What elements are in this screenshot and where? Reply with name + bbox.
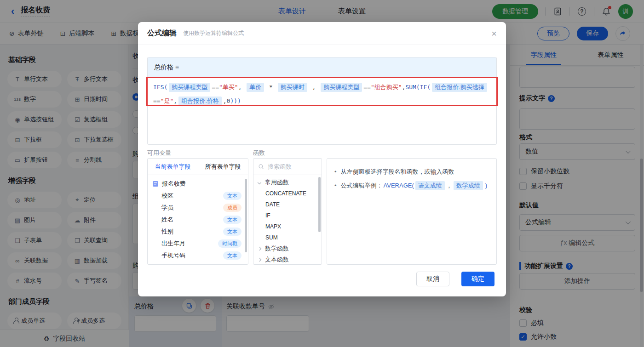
formula-editor-modal: 公式编辑 使用数学运算符编辑公式 × 总价格 = IFS(购买课程类型=="单买…	[138, 22, 506, 296]
formula-editor-box: 总价格 = IFS(购买课程类型=="单买", 单价 * 购买课时 , 购买课程…	[147, 57, 497, 145]
chevron-icon	[258, 181, 261, 184]
field-type-badge: 文本	[223, 251, 242, 260]
search-icon	[258, 164, 264, 170]
formula-token: )))	[230, 97, 241, 104]
variable-name: 学员	[161, 204, 173, 212]
example-field-token: 语文成绩	[415, 181, 445, 190]
variable-name: 出生年月	[161, 239, 185, 248]
formula-token: "组合购买"	[371, 84, 402, 91]
chevron-icon	[258, 258, 261, 262]
formula-token: ==	[153, 97, 161, 104]
variable-name: 姓名	[161, 216, 173, 224]
variable-field-row[interactable]: 性别文本	[148, 226, 248, 238]
form-doc-icon	[152, 181, 159, 187]
variable-field-row[interactable]: 校区文本	[148, 190, 248, 202]
scrollbar-thumb[interactable]	[245, 179, 247, 252]
formula-token: ,	[309, 84, 319, 91]
variables-tab[interactable]: 当前表单字段	[148, 159, 198, 175]
formula-token: "是"	[161, 97, 174, 104]
function-group-label: 数学函数	[265, 245, 289, 253]
formula-target: 总价格 =	[148, 57, 496, 77]
help-tip: 从左侧面板选择字段名和函数，或输入函数	[334, 165, 489, 179]
formula-token: ==	[363, 84, 371, 91]
field-type-badge: 文本	[223, 228, 242, 236]
formula-token: ,0	[223, 97, 230, 104]
variable-name: 手机号码	[161, 251, 185, 260]
formula-token: *	[265, 84, 276, 91]
confirm-button[interactable]: 确定	[461, 272, 494, 286]
formula-help-panel: 从左侧面板选择字段名和函数，或输入函数 公式编辑举例：AVERAGE(语文成绩，…	[327, 158, 497, 265]
field-type-badge: 时间戳	[218, 239, 242, 248]
function-item[interactable]: MAPX	[253, 221, 322, 232]
formula-input-area[interactable]: IFS(购买课程类型=="单买", 单价 * 购买课时 , 购买课程类型=="组…	[148, 77, 496, 111]
functions-section-label: 函数	[253, 149, 265, 157]
modal-title: 公式编辑	[147, 28, 177, 38]
close-icon[interactable]: ×	[491, 29, 497, 38]
variable-field-row[interactable]: 姓名文本	[148, 214, 248, 226]
variable-field-row[interactable]: 出生年月时间戳	[148, 238, 248, 250]
variables-panel: 当前表单字段所有表单字段 报名收费 校区文本学员成员姓名文本性别文本出生年月时间…	[147, 158, 248, 265]
modal-footer: 取消 确定	[416, 272, 494, 286]
formula-field-token[interactable]: 单价	[247, 83, 264, 92]
function-group[interactable]: 常用函数	[253, 177, 322, 188]
formula-field-token[interactable]: 组合报价.价格	[178, 97, 222, 106]
formula-token: IFS(	[153, 84, 167, 91]
variable-field-row[interactable]: 学员成员	[148, 202, 248, 214]
function-item[interactable]: DATE	[253, 199, 322, 210]
help-example: 公式编辑举例：AVERAGE(语文成绩，数学成绩)	[334, 179, 489, 193]
formula-field-token[interactable]: 购买课程类型	[321, 83, 362, 92]
variable-field-row[interactable]: 手机号码文本	[148, 250, 248, 262]
variables-section-label: 可用变量	[147, 149, 171, 157]
function-group-label: 常用函数	[265, 178, 289, 187]
field-type-badge: 文本	[223, 216, 242, 224]
function-item[interactable]: CONCATENATE	[253, 188, 322, 199]
chevron-icon	[258, 247, 261, 250]
function-item[interactable]: IF	[253, 210, 322, 221]
example-field-token: 数学成绩	[454, 181, 483, 190]
function-search[interactable]	[253, 159, 322, 175]
function-item[interactable]: SUM	[253, 232, 322, 243]
scrollbar-thumb[interactable]	[318, 177, 321, 232]
cancel-button[interactable]: 取消	[416, 272, 449, 286]
formula-token: "单买"	[219, 84, 238, 91]
formula-field-token[interactable]: 购买课时	[278, 83, 307, 92]
formula-token: ,	[238, 84, 246, 91]
modal-subtitle: 使用数学运算符编辑公式	[183, 29, 244, 37]
search-input[interactable]	[268, 163, 314, 170]
formula-token: ==	[212, 84, 219, 91]
field-type-badge: 成员	[223, 204, 242, 212]
modal-header: 公式编辑 使用数学运算符编辑公式 ×	[138, 22, 506, 45]
formula-field-token[interactable]: 购买课程类型	[169, 83, 210, 92]
function-group[interactable]: 文本函数	[253, 254, 322, 265]
formula-field-token[interactable]: 组合报价.购买选择	[432, 83, 487, 92]
variable-name: 性别	[161, 228, 173, 236]
variable-name: 校区	[161, 192, 173, 200]
variables-tab[interactable]: 所有表单字段	[198, 159, 248, 175]
formula-token: ,	[173, 97, 177, 104]
functions-panel: 常用函数CONCATENATEDATEIFMAPXSUM数学函数文本函数	[253, 158, 322, 265]
formula-token: SUM(IF(	[405, 84, 431, 91]
function-group-label: 文本函数	[265, 256, 289, 264]
form-tree-root[interactable]: 报名收费	[148, 178, 248, 190]
function-group[interactable]: 数学函数	[253, 243, 322, 254]
field-type-badge: 文本	[223, 192, 242, 200]
